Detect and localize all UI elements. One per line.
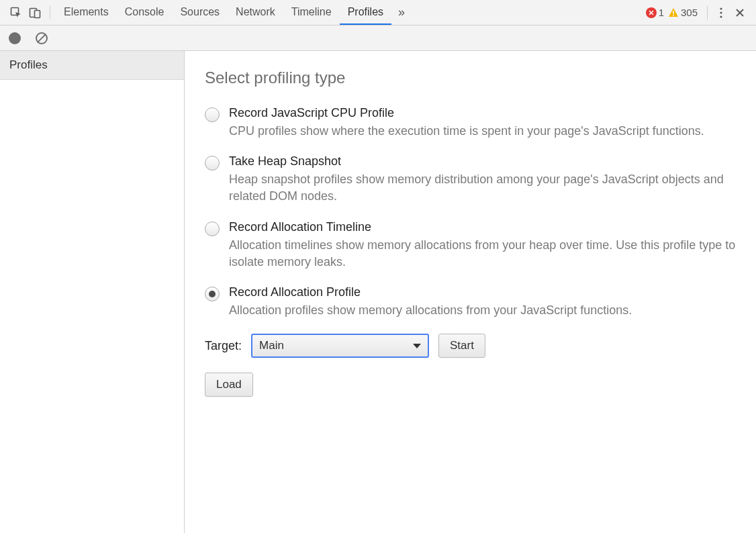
profile-option-description: CPU profiles show where the execution ti… — [229, 123, 736, 140]
profile-option-allocation-profile[interactable]: Record Allocation Profile Allocation pro… — [205, 285, 736, 319]
target-row: Target: Main Start — [205, 334, 736, 358]
profile-option-cpu[interactable]: Record JavaScript CPU Profile CPU profil… — [205, 106, 736, 140]
profile-option-description: Allocation timelines show memory allocat… — [229, 237, 736, 271]
svg-rect-4 — [673, 15, 674, 16]
profile-option-title: Record JavaScript CPU Profile — [229, 106, 736, 120]
radio-heap-snapshot[interactable] — [205, 156, 220, 171]
tab-sources[interactable]: Sources — [172, 0, 228, 25]
sidebar-item-label: Profiles — [9, 58, 48, 71]
record-button[interactable] — [5, 29, 24, 48]
warning-count-value: 305 — [681, 7, 698, 18]
tab-network[interactable]: Network — [228, 0, 283, 25]
toolbar-divider — [707, 6, 708, 19]
tab-elements[interactable]: Elements — [56, 0, 117, 25]
profile-option-description: Heap snapshot profiles show memory distr… — [229, 171, 736, 205]
error-icon — [646, 7, 657, 18]
svg-rect-3 — [673, 11, 674, 14]
profile-options: Record JavaScript CPU Profile CPU profil… — [205, 106, 736, 319]
radio-allocation-profile[interactable] — [205, 287, 220, 301]
load-button[interactable]: Load — [205, 373, 253, 397]
devtools-top-toolbar: Elements Console Sources Network Timelin… — [0, 0, 756, 26]
inspect-icon[interactable] — [7, 3, 26, 22]
profile-option-heap-snapshot[interactable]: Take Heap Snapshot Heap snapshot profile… — [205, 154, 736, 205]
svg-point-7 — [720, 15, 722, 17]
svg-point-5 — [720, 7, 722, 9]
main-split: Profiles Select profiling type Record Ja… — [0, 51, 756, 533]
profile-option-description: Allocation profiles show memory allocati… — [229, 302, 736, 319]
profile-option-title: Record Allocation Timeline — [229, 220, 736, 234]
radio-cpu[interactable] — [205, 107, 220, 122]
profile-option-title: Take Heap Snapshot — [229, 154, 736, 168]
warning-count[interactable]: 305 — [668, 7, 698, 18]
radio-allocation-timeline[interactable] — [205, 222, 220, 236]
error-count-value: 1 — [659, 7, 664, 18]
target-select-value: Main — [259, 339, 284, 352]
status-area: 1 305 — [641, 7, 703, 18]
record-icon — [9, 32, 21, 44]
clear-button[interactable] — [32, 29, 51, 48]
close-icon[interactable] — [730, 3, 749, 22]
chevron-down-icon — [413, 344, 421, 348]
more-menu-icon[interactable] — [712, 3, 730, 22]
page-title: Select profiling type — [205, 68, 736, 87]
warning-icon — [668, 7, 679, 18]
profiles-content: Select profiling type Record JavaScript … — [185, 51, 756, 533]
profiles-sidebar: Profiles — [0, 51, 185, 533]
clear-icon — [36, 32, 48, 44]
svg-rect-2 — [35, 10, 40, 17]
panel-tabs: Elements Console Sources Network Timelin… — [56, 0, 412, 25]
profile-option-title: Record Allocation Profile — [229, 285, 736, 299]
target-select[interactable]: Main — [251, 334, 429, 358]
toolbar-divider — [50, 6, 50, 19]
error-count[interactable]: 1 — [646, 7, 664, 18]
svg-point-6 — [720, 11, 722, 13]
load-button-label: Load — [216, 378, 242, 391]
profiles-sub-toolbar — [0, 26, 756, 51]
target-label: Target: — [205, 339, 242, 353]
profile-option-allocation-timeline[interactable]: Record Allocation Timeline Allocation ti… — [205, 220, 736, 271]
tab-profiles[interactable]: Profiles — [340, 0, 391, 25]
start-button[interactable]: Start — [438, 334, 485, 358]
tab-timeline[interactable]: Timeline — [283, 0, 340, 25]
tab-console[interactable]: Console — [117, 0, 173, 25]
start-button-label: Start — [450, 339, 474, 352]
sidebar-item-profiles[interactable]: Profiles — [0, 51, 184, 80]
tabs-overflow-icon[interactable]: » — [391, 0, 412, 25]
device-toggle-icon[interactable] — [26, 3, 44, 22]
